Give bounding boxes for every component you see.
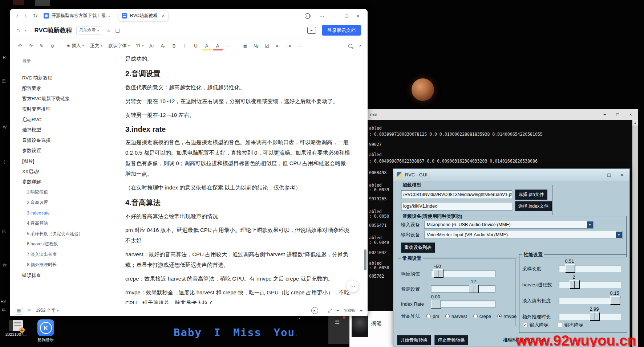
slider-track[interactable]: -60	[431, 270, 495, 277]
stop-conversion-button[interactable]: 停止音频转换	[434, 335, 468, 345]
outline-item[interactable]: [图片]	[22, 156, 110, 167]
star-icon[interactable]: ☆	[106, 28, 111, 33]
redo-icon[interactable]: ↷	[26, 41, 36, 50]
outline-item[interactable]: 音频设备选择	[22, 135, 110, 146]
scroll-up-icon[interactable]: ▲	[632, 120, 638, 126]
rvc-maximize-button[interactable]: □	[607, 172, 610, 178]
search-icon[interactable]	[348, 44, 352, 48]
fullscreen-icon[interactable]: ⤢	[328, 308, 332, 314]
reload-devices-button[interactable]: 重载设备列表	[401, 242, 435, 253]
numbered-list-icon[interactable]: №	[251, 41, 261, 50]
outline-item[interactable]: XX启动!	[22, 166, 110, 177]
rvc-titlebar[interactable]: RVC - GUI − □ ×	[393, 169, 629, 181]
browser-minimize-button[interactable]: −	[333, 13, 336, 19]
outline-item[interactable]: 5.采样长度（决定变声延迟）	[22, 229, 110, 239]
outline-item[interactable]: 启动RVC	[22, 114, 110, 125]
outline-item[interactable]: 7.淡入淡出长度	[22, 249, 110, 260]
miniplayer-menu-panel[interactable]: ☰	[328, 312, 349, 344]
input-device-select[interactable]: Microphone (6- USB Audio Device (MME) ▼	[424, 221, 594, 229]
slider-track[interactable]: 2.99	[559, 313, 621, 320]
browser-tab-model-site[interactable]: 开源模型库官方版下载丨最新版下	[44, 13, 113, 19]
zoom-level[interactable]: 100%	[344, 308, 355, 313]
toolbar-divider[interactable]	[237, 43, 237, 49]
checklist-icon[interactable]: ☑	[262, 41, 272, 50]
font-size-select[interactable]: 11	[133, 43, 146, 48]
miniplayer-panel[interactable]: 搁笔	[349, 311, 393, 347]
choose-index-button[interactable]: 选择.index文件	[515, 201, 552, 211]
collapse-toolbar-icon[interactable]: ∧	[359, 44, 362, 48]
globe-icon[interactable]	[305, 13, 311, 19]
indent-icon[interactable]: ⇥	[284, 41, 294, 50]
outline-item[interactable]: 错误排查	[22, 270, 110, 281]
forward-icon[interactable]: ›	[25, 13, 27, 19]
outdent-icon[interactable]: ⇤	[273, 41, 283, 50]
reload-icon[interactable]: ↻	[33, 13, 38, 19]
home-icon[interactable]: ⌂	[16, 26, 20, 34]
console-scrollbar[interactable]: ▲	[632, 120, 638, 347]
outline-item[interactable]: 3.index rate	[22, 208, 110, 219]
slider-handle[interactable]	[469, 285, 479, 293]
choose-pth-button[interactable]: 选择.pth文件	[515, 189, 547, 200]
dropdown-arrow-icon[interactable]: ▼	[616, 232, 622, 238]
index-path-field[interactable]: logs/kikiV1.index	[401, 202, 512, 211]
outline-item[interactable]: 官方RVC最新下载链接	[22, 94, 110, 104]
bold-icon[interactable]: B	[169, 41, 179, 50]
format-painter-icon[interactable]: ✎	[37, 41, 46, 50]
browser-tab-rvc-doc[interactable]: RVC萌新教程 ×	[118, 11, 169, 21]
permission-badge[interactable]: 只能查看 ▾	[76, 26, 102, 34]
slider-track[interactable]: 12	[431, 285, 495, 293]
outline-item[interactable]: 8.额外推理时长	[22, 260, 110, 270]
outline-item[interactable]: 配置要求	[22, 83, 110, 94]
zoom-in-icon[interactable]: +	[360, 308, 362, 313]
toolbar-more-icon[interactable]: ⋯	[295, 41, 305, 50]
new-doc-icon[interactable]: ❏	[115, 28, 120, 33]
outline-item[interactable]: 4.音高算法	[22, 218, 110, 229]
slider-track[interactable]: 0.51	[559, 265, 621, 272]
pitch-algo-radio[interactable]: rmvpe	[497, 314, 517, 319]
underline-icon[interactable]: U	[191, 41, 201, 50]
flag-icon[interactable]: ⚑	[27, 308, 32, 313]
slider-handle[interactable]	[431, 300, 441, 309]
highlight-color-icon[interactable]: A	[202, 41, 212, 50]
zoom-out-icon[interactable]: −	[336, 308, 339, 313]
play-demo-icon[interactable]: ▶	[311, 307, 318, 314]
word-count[interactable]: 1952 个字 ▾	[36, 307, 59, 314]
desktop-icon-video-file[interactable]: ▶ 20231007...	[4, 320, 28, 336]
outline-item[interactable]: 参数详解	[22, 177, 110, 187]
console-minimize-button[interactable]: −	[603, 112, 606, 117]
tab-close-icon[interactable]: ×	[162, 13, 165, 19]
output-device-select[interactable]: VoiceMeeter Input (VB-Audio Voi (MME) ▼	[424, 231, 623, 239]
decrease-font-icon[interactable]: A-	[158, 41, 168, 50]
console-close-button[interactable]: ×	[629, 112, 632, 117]
pitch-algo-radio[interactable]: pm	[426, 314, 439, 319]
slider-handle[interactable]	[565, 264, 575, 273]
browser-close-button[interactable]: ×	[357, 13, 360, 19]
pth-path-field[interactable]: /RVC0813Nvidia/RVC0813Nvidia/weights/ker…	[401, 190, 512, 199]
slider-track[interactable]: 0.00	[431, 301, 495, 308]
slider-track[interactable]: 2	[559, 281, 621, 288]
console-maximize-button[interactable]: □	[616, 112, 619, 117]
browser-maximize-button[interactable]: □	[345, 13, 348, 19]
outline-item[interactable]: 2.音调设置	[22, 197, 110, 208]
slider-handle[interactable]	[433, 269, 443, 278]
outline-toggle-icon[interactable]: ▤	[15, 307, 23, 315]
rvc-close-button[interactable]: ×	[620, 172, 623, 178]
insert-menu[interactable]: ⊕ 插入	[64, 43, 86, 49]
console-titlebar[interactable]: exe − □ ×	[367, 109, 638, 120]
dropdown-arrow-icon[interactable]: ▼	[587, 221, 593, 228]
toolbar-divider[interactable]	[61, 43, 61, 49]
outline-item[interactable]: 参数设置	[22, 146, 110, 156]
login-button[interactable]: 登录腾讯文档	[322, 25, 361, 36]
paragraph-style-select[interactable]: 正文	[88, 43, 105, 49]
slider-handle[interactable]	[610, 296, 620, 305]
denoise-checkbox[interactable]: ✓ 输入降噪	[523, 322, 548, 328]
home-caret-icon[interactable]: ▾	[25, 29, 27, 32]
pitch-algo-radio[interactable]: harvest	[445, 314, 467, 319]
browser-menu-icon[interactable]: ⋯	[319, 13, 324, 19]
slider-track[interactable]: 0.15	[559, 297, 621, 304]
outline-item[interactable]: 实时变声推理	[22, 104, 110, 115]
start-conversion-button[interactable]: 开始音频转换	[397, 335, 431, 345]
bullet-list-icon[interactable]: ≣	[240, 41, 250, 50]
outline-item[interactable]: RVC 萌新教程	[22, 73, 110, 83]
floating-more-button[interactable]: ⋯	[347, 281, 359, 292]
